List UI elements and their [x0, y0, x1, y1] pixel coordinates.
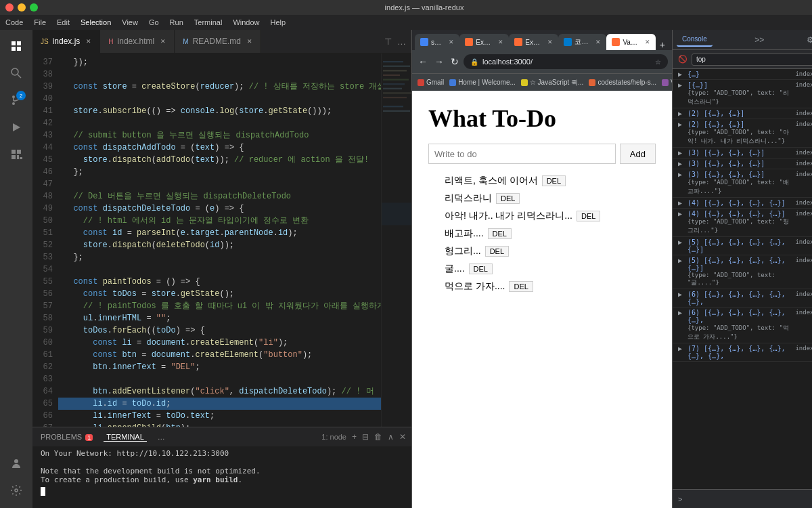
maximize-terminal-button[interactable]: ∧	[388, 432, 394, 442]
todo-del-button-5[interactable]: DEL	[469, 263, 493, 274]
console-entry-8[interactable]: ▶ (4) [{…}, {…}, {…}, {…}] {type: "ADD_T…	[673, 209, 812, 237]
bookmark-js[interactable]: ☆ JavaScript 퀵...	[521, 78, 584, 87]
console-entry-5[interactable]: ▶ (3) [{…}, {…}, {…}] index.js:27	[673, 158, 812, 169]
browser-tab-expir1[interactable]: Expir... ✕	[459, 34, 509, 50]
terminal-input-row[interactable]	[41, 487, 403, 496]
tab-index-js-close[interactable]: ✕	[86, 38, 91, 45]
browser-tab-code[interactable]: 코드... ✕	[558, 34, 606, 50]
console-entry-11[interactable]: ▶ (6) [{…}, {…}, {…}, {…}, {…}, index.js…	[673, 289, 812, 308]
activity-icon-search[interactable]	[5, 62, 27, 84]
menu-selection[interactable]: Selection	[81, 18, 111, 26]
menu-go[interactable]: Go	[149, 18, 159, 26]
browser-back-button[interactable]: ←	[416, 54, 430, 69]
todo-del-button-1[interactable]: DEL	[496, 193, 520, 204]
menu-window[interactable]: Window	[233, 18, 259, 26]
browser-address-bar[interactable]: 🔒 localhost:3000/ ☆	[464, 54, 668, 69]
todo-del-button-3[interactable]: DEL	[488, 228, 512, 239]
menu-run[interactable]: Run	[170, 18, 183, 26]
browser-tab-vanilla[interactable]: Vanil... ✕	[606, 34, 655, 50]
menu-edit[interactable]: Edit	[57, 18, 70, 26]
console-detail-6: (3) [{…}, {…}, {…}] {type: "ADD_TODO", t…	[687, 171, 792, 196]
split-terminal-button[interactable]: ⊟	[362, 432, 369, 442]
browser-tab-expir2-text: Expir...	[525, 39, 543, 46]
terminal-content[interactable]: On Your Network: http://10.10.122.213:30…	[32, 446, 411, 508]
svg-rect-0	[12, 41, 16, 45]
devtools-filter-input[interactable]	[692, 54, 812, 66]
tab-index-html-close[interactable]: ✕	[160, 38, 166, 45]
browser-tab-vanilla-close[interactable]: ✕	[645, 39, 650, 45]
browser-tab-expir1-close[interactable]: ✕	[498, 39, 503, 45]
todo-item-1: 리덕스라니 DEL	[445, 192, 656, 205]
console-entry-6[interactable]: ▶ (3) [{…}, {…}, {…}] {type: "ADD_TODO",…	[673, 169, 812, 198]
more-actions-icon[interactable]: …	[397, 37, 406, 47]
console-location-10: index.js:27	[795, 257, 812, 287]
console-entry-1[interactable]: ▶ [{…}] {type: "ADD_TODO", text: "리덕스라니"…	[673, 80, 812, 108]
browser-tab-code-close[interactable]: ✕	[595, 39, 601, 45]
browser-star-icon[interactable]: ☆	[655, 58, 661, 66]
activity-icon-explorer[interactable]	[5, 35, 27, 57]
tab-terminal[interactable]: TERMINAL	[104, 433, 147, 442]
tab-index-js[interactable]: JS index.js ✕	[32, 30, 100, 53]
minimize-button[interactable]	[18, 3, 26, 12]
tab-index-html[interactable]: H index.html ✕	[100, 30, 175, 53]
console-entry-13[interactable]: ▶ (7) [{…}, {…}, {…}, {…}, {…}, {…}, ind…	[673, 343, 812, 362]
todo-del-button-6[interactable]: DEL	[509, 281, 533, 292]
browser-tab-expir2-close[interactable]: ✕	[547, 39, 553, 45]
menu-help[interactable]: Help	[271, 18, 286, 26]
tab-more[interactable]: …	[155, 433, 168, 441]
console-entry-10[interactable]: ▶ (5) [{…}, {…}, {…}, {…}, {…}] {type: "…	[673, 255, 812, 289]
console-entry-4[interactable]: ▶ (3) [{…}, {…}, {…}] index.js:40	[673, 148, 812, 158]
menu-code[interactable]: Code	[5, 18, 23, 26]
console-entry-12[interactable]: ▶ (6) [{…}, {…}, {…}, {…}, {…}, {type: "…	[673, 308, 812, 343]
bookmark-veldprt[interactable]: VELDPRT LOG	[662, 79, 672, 86]
console-entry-9[interactable]: ▶ (5) [{…}, {…}, {…}, {…}, {…}] index.js…	[673, 237, 812, 255]
terminal-line-3: Note that the development build is not o…	[41, 467, 403, 475]
svg-rect-26	[383, 97, 407, 98]
console-entry-7[interactable]: ▶ (4) [{…}, {…}, {…}, {…}] index.js:40	[673, 198, 812, 209]
browser-reload-button[interactable]: ↻	[449, 54, 461, 69]
devtools-settings-icon[interactable]: ⚙	[807, 35, 812, 45]
console-entry-0[interactable]: ▶ {…} index.js:40	[673, 69, 812, 80]
console-entry-2[interactable]: ▶ (2) [{…}, {…}] index.js:40	[673, 108, 812, 119]
activity-icon-source-control[interactable]: 2	[5, 89, 27, 111]
devtools-tab-console[interactable]: Console	[677, 33, 713, 47]
todo-text-6: 먹으로 가자....	[445, 280, 505, 293]
devtools-input-row[interactable]: >	[673, 489, 812, 508]
todo-item-0: 리액트, 훅스에 이어서 DEL	[445, 175, 656, 187]
bookmark-codestates[interactable]: codestates/help-s...	[589, 79, 656, 86]
tab-readme-md[interactable]: M README.md ✕	[175, 30, 261, 53]
menu-terminal[interactable]: Terminal	[194, 18, 223, 26]
add-terminal-button[interactable]: +	[352, 432, 357, 442]
new-tab-button[interactable]: +	[656, 39, 669, 50]
todo-del-button-0[interactable]: DEL	[542, 175, 566, 186]
browser-forward-button[interactable]: →	[432, 54, 446, 69]
todo-del-button-4[interactable]: DEL	[485, 246, 509, 257]
devtools-tab-more[interactable]: >>	[754, 35, 764, 45]
tab-problems[interactable]: PROBLEMS 1	[38, 433, 95, 441]
activity-icon-run[interactable]	[5, 117, 27, 138]
console-entry-3[interactable]: ▶ (2) [{…}, {…}] {type: "ADD_TODO", text…	[673, 119, 812, 148]
activity-icon-settings[interactable]	[5, 480, 27, 501]
split-editor-icon[interactable]: ⊤	[384, 37, 392, 47]
close-terminal-button[interactable]: ✕	[399, 432, 406, 442]
maximize-button[interactable]	[30, 3, 38, 12]
code-editor[interactable]: 3738394041 4243444546 4748495051 5253545…	[32, 54, 381, 427]
bookmark-home[interactable]: Home | Welcome...	[449, 79, 516, 86]
console-clear-icon[interactable]: 🚫	[678, 55, 687, 64]
console-arrow-6: ▶	[678, 171, 685, 196]
console-text-4: (3) [{…}, {…}, {…}]	[687, 149, 792, 156]
trash-terminal-button[interactable]: 🗑	[374, 432, 382, 442]
activity-icon-extensions[interactable]	[5, 144, 27, 165]
close-button[interactable]	[5, 3, 14, 12]
activity-icon-account[interactable]	[5, 452, 27, 474]
bookmark-gmail[interactable]: Gmail	[418, 79, 444, 86]
browser-tab-expir2[interactable]: Expir... ✕	[509, 34, 558, 50]
browser-tab-seoli[interactable]: seoli: ✕	[415, 34, 459, 50]
browser-tab-seoli-close[interactable]: ✕	[449, 39, 454, 45]
tab-readme-close[interactable]: ✕	[247, 38, 252, 45]
todo-write-input[interactable]	[428, 144, 616, 164]
menu-file[interactable]: File	[34, 18, 46, 26]
menu-view[interactable]: View	[122, 18, 138, 26]
todo-add-button[interactable]: Add	[620, 144, 656, 164]
todo-del-button-2[interactable]: DEL	[577, 211, 600, 221]
